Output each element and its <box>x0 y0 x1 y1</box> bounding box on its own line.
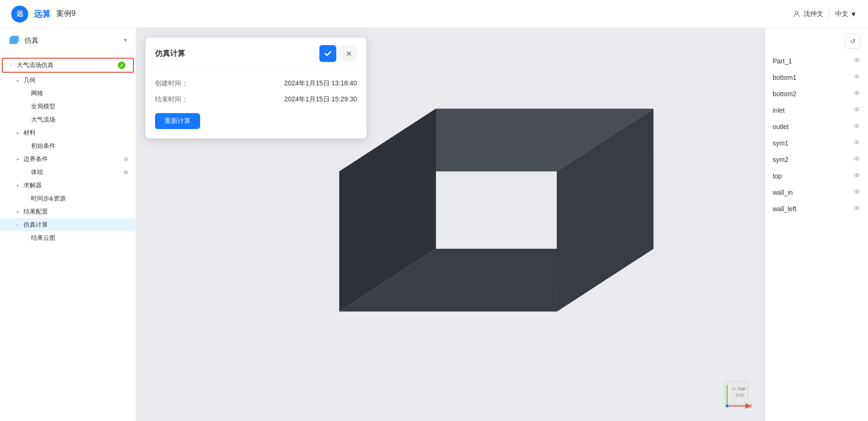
visibility-icon-bottom1[interactable] <box>853 73 860 82</box>
svg-point-18 <box>854 59 860 62</box>
svg-point-19 <box>856 59 857 61</box>
dialog-close-button[interactable]: ✕ <box>340 45 357 62</box>
sidebar-item-body-group[interactable]: 体组 ⊕ <box>0 166 136 179</box>
sidebar-item-mesh[interactable]: 网格 <box>0 87 136 100</box>
dialog-title: 仿真计算 <box>155 49 185 59</box>
refresh-button[interactable]: ↺ <box>845 34 860 49</box>
panel-item-sym1[interactable]: sym1 <box>765 135 868 151</box>
tree-label-material: 材料 <box>23 129 128 137</box>
sidebar-item-result-config[interactable]: ＋ 结果配置 <box>0 205 136 218</box>
panel-item-top[interactable]: top <box>765 168 868 184</box>
visibility-icon-bottom2[interactable] <box>853 89 860 98</box>
visibility-icon-inlet[interactable] <box>853 106 860 115</box>
sidebar-item-global-model[interactable]: 全局模型 <box>0 100 136 113</box>
sidebar-item-result-cloud[interactable]: 结果云图 <box>0 231 136 245</box>
ended-label: 结束时间： <box>155 95 193 104</box>
visibility-icon-part1[interactable] <box>853 56 860 65</box>
visibility-icon-sym2[interactable] <box>853 155 860 164</box>
panel-item-part1[interactable]: Part_1 <box>765 53 868 69</box>
tree-label-solver: 求解器 <box>23 181 128 190</box>
panel-label-sym1: sym1 <box>773 139 788 147</box>
language-selector[interactable]: 中文 ▼ <box>835 10 857 18</box>
visibility-icon-outlet[interactable] <box>853 122 860 131</box>
sim-calc-dialog: 仿真计算 ✕ 创建时间： 2024年1月15日 13:18:40 <box>146 38 366 138</box>
chevron-down-icon: ▼ <box>850 10 857 18</box>
sidebar-item-sim-calc[interactable]: － 仿真计算 <box>0 218 136 231</box>
panel-item-sym2[interactable]: sym2 <box>765 151 868 168</box>
panel-item-bottom1[interactable]: bottom1 <box>765 69 868 85</box>
sidebar-title: 仿真 <box>24 36 39 45</box>
topbar: 远 远算 案例9 沈仲文 中文 ▼ <box>0 0 868 28</box>
sidebar-tree: － 大气流场仿真 ＋ 几何 网格 全局模型 大气流场 <box>0 53 136 421</box>
sidebar-item-material[interactable]: ＋ 材料 <box>0 126 136 139</box>
tree-label-body-group: 体组 <box>31 168 124 176</box>
sidebar-item-atm-field[interactable]: 大气流场 <box>0 113 136 126</box>
svg-point-27 <box>856 125 857 126</box>
panel-label-outlet: outlet <box>773 123 789 130</box>
body-add-badge[interactable]: ⊕ <box>124 169 128 176</box>
visibility-icon-wall-left[interactable] <box>853 204 860 213</box>
recalculate-button[interactable]: 重新计算 <box>155 113 200 129</box>
svg-point-15 <box>726 405 728 407</box>
panel-label-bottom2: bottom2 <box>773 90 797 98</box>
dialog-actions: ✕ <box>319 45 357 62</box>
svg-point-24 <box>854 108 860 111</box>
svg-point-23 <box>856 92 857 93</box>
boundary-add-badge[interactable]: ⊕ <box>124 156 128 162</box>
sidebar-collapse-icon[interactable]: ▼ <box>123 37 128 44</box>
sidebar-item-timestep[interactable]: 时间步&资源 <box>0 192 136 205</box>
tree-label-atm-field: 大气流场 <box>31 115 128 124</box>
svg-point-32 <box>854 174 860 177</box>
sidebar-header: 仿真 ▼ <box>0 28 136 53</box>
tree-label-sim-calc: 仿真计算 <box>23 221 128 229</box>
panel-label-part1: Part_1 <box>773 57 792 65</box>
close-icon: ✕ <box>346 49 352 58</box>
dialog-confirm-button[interactable] <box>319 45 336 62</box>
user-info: 沈仲文 <box>792 10 823 18</box>
svg-point-22 <box>854 92 860 95</box>
refresh-icon: ↺ <box>850 38 856 45</box>
svg-point-37 <box>856 207 857 208</box>
panel-item-bottom2[interactable]: bottom2 <box>765 85 868 102</box>
created-label: 创建时间： <box>155 79 193 88</box>
sidebar-item-boundary-cond[interactable]: ＋ 边界条件 ⊕ <box>0 153 136 166</box>
success-badge-atm-sim <box>118 61 125 69</box>
sidebar-item-initial-cond[interactable]: 初始条件 <box>0 139 136 153</box>
visibility-icon-wall-in[interactable] <box>853 188 860 197</box>
sim-cube-icon <box>8 34 21 47</box>
svg-point-25 <box>856 108 857 110</box>
dialog-header: 仿真计算 ✕ <box>146 38 366 70</box>
svg-point-33 <box>856 174 857 176</box>
svg-point-0 <box>795 11 798 14</box>
panel-item-outlet[interactable]: outlet <box>765 118 868 135</box>
tree-label-initial-cond: 初始条件 <box>31 142 128 150</box>
created-value: 2024年1月15日 13:18:40 <box>284 79 357 88</box>
user-icon <box>792 10 801 18</box>
tree-label-boundary-cond: 边界条件 <box>23 155 124 163</box>
topbar-left: 远 远算 案例9 <box>11 6 76 23</box>
viewport[interactable]: 仿真计算 ✕ 创建时间： 2024年1月15日 13:18:40 <box>136 28 765 421</box>
svg-point-30 <box>854 157 860 161</box>
expand-icon-result-config: ＋ <box>15 208 22 215</box>
panel-item-inlet[interactable]: inlet <box>765 102 868 118</box>
svg-point-35 <box>856 191 857 192</box>
expand-icon-boundary: ＋ <box>15 156 22 163</box>
visibility-icon-top[interactable] <box>853 171 860 180</box>
panel-item-wall-in[interactable]: wall_in <box>765 184 868 200</box>
sidebar-item-geometry[interactable]: ＋ 几何 <box>0 74 136 87</box>
sidebar-item-solver[interactable]: ＋ 求解器 <box>0 179 136 192</box>
svg-point-36 <box>854 207 860 210</box>
svg-point-26 <box>854 124 860 128</box>
panel-label-wall-in: wall_in <box>773 189 793 196</box>
panel-item-wall-left[interactable]: wall_left <box>765 200 868 217</box>
nav-divider <box>829 10 829 18</box>
sidebar-header-left: 仿真 <box>8 34 39 47</box>
sidebar-item-atm-sim[interactable]: － 大气流场仿真 <box>2 58 134 73</box>
visibility-icon-sym1[interactable] <box>853 138 860 147</box>
tree-label-atm-sim: 大气流场仿真 <box>17 61 114 69</box>
app-name: 远算 <box>34 8 51 20</box>
panel-label-top: top <box>773 172 782 180</box>
panel-label-bottom1: bottom1 <box>773 74 797 81</box>
dialog-body: 创建时间： 2024年1月15日 13:18:40 结束时间： 2024年1月1… <box>146 70 366 138</box>
axis-svg: M TOP BO M X <box>718 374 755 412</box>
